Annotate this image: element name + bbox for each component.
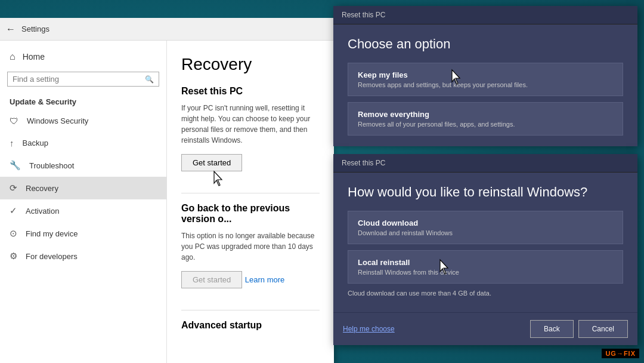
- windows-security-label: Windows Security: [27, 116, 88, 125]
- dialog1-body: Choose an option Keep my files Removes a…: [333, 24, 637, 153]
- go-back-get-started-button[interactable]: Get started: [181, 271, 242, 288]
- cancel-button[interactable]: Cancel: [578, 320, 628, 338]
- sidebar-item-home[interactable]: ⌂ Home: [0, 45, 166, 68]
- dialog1-title: Choose an option: [348, 36, 623, 52]
- backup-icon: ↑: [10, 138, 14, 148]
- sidebar-item-backup[interactable]: ↑ Backup: [0, 132, 166, 154]
- search-box[interactable]: 🔍: [7, 72, 159, 87]
- reset-get-started-button[interactable]: Get started: [181, 154, 242, 171]
- cloud-info-text: Cloud download can use more than 4 GB of…: [348, 290, 623, 297]
- home-label: Home: [23, 52, 45, 61]
- page-title: Recovery: [181, 55, 320, 74]
- back-button[interactable]: Back: [530, 320, 574, 338]
- settings-window: ← Settings ⌂ Home 🔍 Update & Security 🛡 …: [0, 41, 334, 363]
- advanced-startup-title: Advanced startup: [181, 320, 320, 331]
- dialog2-titlebar: Reset this PC: [333, 154, 637, 173]
- cloud-download-title: Cloud download: [358, 219, 613, 227]
- home-icon: ⌂: [10, 51, 16, 62]
- keep-files-title: Keep my files: [358, 70, 613, 79]
- local-reinstall-desc: Reinstall Windows from this device: [358, 269, 613, 276]
- keep-files-option[interactable]: Keep my files Removes apps and settings,…: [348, 63, 623, 96]
- back-button[interactable]: ←: [6, 24, 16, 35]
- recovery-icon: ⟳: [10, 183, 17, 193]
- activation-label: Activation: [26, 207, 59, 216]
- reset-description: If your PC isn't running well, resetting…: [181, 103, 320, 146]
- recovery-label: Recovery: [26, 184, 58, 193]
- choose-option-dialog: Reset this PC Choose an option Keep my f…: [333, 6, 637, 146]
- dialog2-title: How would you like to reinstall Windows?: [348, 184, 623, 200]
- settings-sidebar: ⌂ Home 🔍 Update & Security 🛡 Windows Sec…: [0, 41, 167, 363]
- developers-icon: ⚙: [10, 251, 17, 262]
- remove-everything-desc: Removes all of your personal files, apps…: [358, 121, 613, 128]
- cloud-download-option[interactable]: Cloud download Download and reinstall Wi…: [348, 211, 623, 244]
- dialog1-titlebar: Reset this PC: [333, 6, 637, 24]
- sidebar-item-for-developers[interactable]: ⚙ For developers: [0, 245, 166, 267]
- local-reinstall-option[interactable]: Local reinstall Reinstall Windows from t…: [348, 250, 623, 284]
- reset-section-title: Reset this PC: [181, 86, 320, 97]
- search-input[interactable]: [13, 75, 145, 84]
- dialog2-body: How would you like to reinstall Windows?…: [333, 173, 637, 309]
- watermark-text: UG→FIX: [605, 350, 636, 357]
- shield-icon: 🛡: [10, 116, 18, 126]
- help-me-choose-link[interactable]: Help me choose: [343, 325, 395, 333]
- backup-label: Backup: [23, 139, 48, 147]
- cloud-download-desc: Download and reinstall Windows: [358, 229, 613, 236]
- find-device-icon: ⊙: [10, 228, 17, 239]
- go-back-description: This option is no longer available becau…: [181, 230, 320, 263]
- main-content: Recovery Reset this PC If your PC isn't …: [167, 41, 334, 363]
- settings-title: Settings: [21, 24, 49, 33]
- local-reinstall-title: Local reinstall: [358, 258, 613, 267]
- reinstall-dialog: Reset this PC How would you like to rein…: [333, 154, 637, 345]
- sidebar-item-recovery[interactable]: ⟳ Recovery: [0, 177, 166, 199]
- keep-files-desc: Removes apps and settings, but keeps you…: [358, 81, 613, 88]
- search-icon: 🔍: [145, 75, 154, 84]
- sidebar-item-troubleshoot[interactable]: 🔧 Troubleshoot: [0, 154, 166, 177]
- divider: [181, 193, 320, 193]
- sidebar-item-find-my-device[interactable]: ⊙ Find my device: [0, 222, 166, 245]
- section-label: Update & Security: [0, 93, 166, 110]
- watermark: UG→FIX: [602, 349, 639, 358]
- find-device-label: Find my device: [26, 229, 78, 238]
- sidebar-item-activation[interactable]: ✓ Activation: [0, 199, 166, 222]
- go-back-section-title: Go back to the previous version o...: [181, 203, 320, 224]
- developers-label: For developers: [26, 252, 78, 261]
- activation-icon: ✓: [10, 205, 17, 216]
- learn-more-link[interactable]: Learn more: [245, 275, 284, 284]
- dialog2-footer: Help me choose Back Cancel: [333, 312, 637, 345]
- troubleshoot-label: Troubleshoot: [29, 161, 74, 170]
- dialog2-buttons: Back Cancel: [530, 320, 628, 338]
- sidebar-item-windows-security[interactable]: 🛡 Windows Security: [0, 110, 166, 132]
- remove-everything-option[interactable]: Remove everything Removes all of your pe…: [348, 102, 623, 136]
- troubleshoot-icon: 🔧: [10, 160, 21, 171]
- divider-2: [181, 310, 320, 310]
- settings-titlebar: ← Settings: [0, 18, 334, 41]
- remove-everything-title: Remove everything: [358, 110, 613, 119]
